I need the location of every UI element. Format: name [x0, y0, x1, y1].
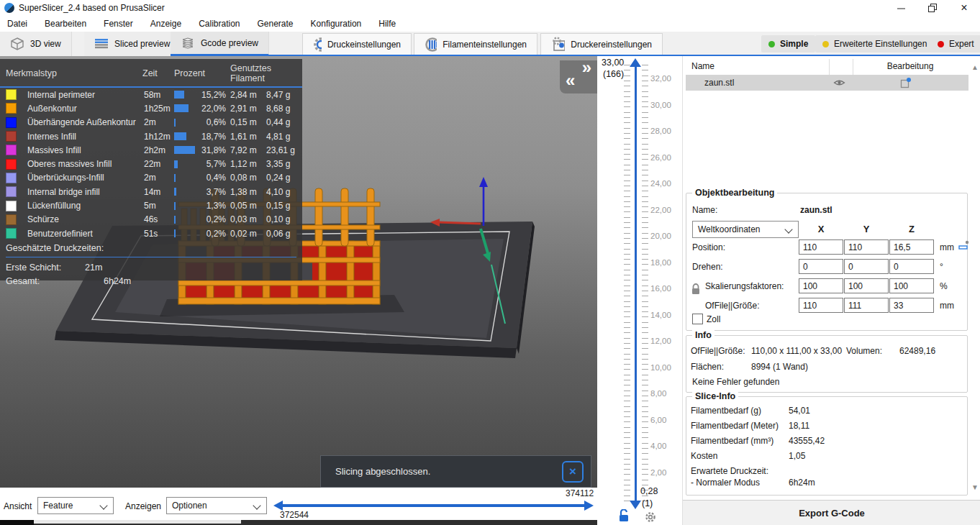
coordinate-system-select[interactable]: Weltkoordinaten: [692, 221, 799, 238]
layer-slider-bottom-thumb[interactable]: [630, 501, 641, 509]
mode-expert[interactable]: Expert: [930, 35, 980, 52]
viewport-bottom-bar: Ansicht Feature Anzeigen Optionen 374112…: [0, 488, 597, 525]
size-z-field[interactable]: 33: [889, 298, 934, 313]
object-list-header: Name Bearbeitung: [686, 59, 968, 76]
drop-to-bed-icon[interactable]: [958, 239, 969, 250]
scroll-thumb[interactable]: [0, 520, 34, 525]
feature-weight: 0,06 g: [266, 229, 299, 239]
feature-legend-overlay: Merkmalstyp Zeit Prozent Genutztes Filam…: [0, 59, 302, 280]
feature-length: 2,84 m: [230, 90, 266, 100]
mode-dot-green: [768, 41, 775, 47]
feature-time: 51s: [142, 229, 174, 239]
filament-m-label: Filamentbedarf (Meter): [691, 421, 779, 431]
feature-length: 7,92 m: [230, 145, 266, 155]
feature-percent: 31,8%: [199, 145, 230, 155]
rotate-z-field[interactable]: 0: [889, 259, 934, 274]
panel-title: Info: [692, 330, 714, 340]
feature-label: Lückenfüllung: [27, 201, 142, 211]
gcode-move-max-label: 374112: [566, 488, 594, 498]
slice-info-panel: Slice-Info Filamentbedarf (g) 54,01 Fila…: [686, 396, 968, 496]
slider-settings-gear-icon[interactable]: [645, 511, 656, 523]
scroll-up-arrow[interactable]: ▲: [970, 62, 980, 72]
tab-label: 3D view: [30, 39, 61, 49]
gear-icon: [313, 37, 322, 52]
notification-text: Slicing abgeschlossen.: [321, 466, 430, 477]
position-z-field[interactable]: 16,5: [889, 239, 934, 255]
scale-x-field[interactable]: 100: [799, 278, 843, 293]
percent-bar: [174, 146, 199, 154]
tab-druckereinstellungen[interactable]: Druckereinstellungen: [540, 33, 663, 55]
tab-label: Druckereinstellungen: [571, 40, 652, 50]
panel-title: Objektbearbeitung: [692, 188, 777, 198]
ruler-tick-label: 32,00: [650, 74, 671, 83]
gcode-slider-right-arrow[interactable]: [584, 501, 594, 511]
printer-icon: [551, 37, 565, 52]
gcode-layers-icon: [181, 37, 195, 49]
scroll-down-arrow[interactable]: ▼: [970, 482, 980, 492]
mode-dot-yellow: [822, 41, 829, 47]
feature-percent: 22,0%: [199, 104, 230, 114]
position-y-field[interactable]: 110: [844, 239, 889, 255]
percent-bar: [174, 119, 199, 127]
feature-length: 1,38 m: [230, 187, 266, 197]
notification-close-button[interactable]: ×: [562, 461, 584, 483]
feature-length: 2,91 m: [230, 104, 266, 114]
feature-color-swatch: [6, 145, 17, 155]
axis-header-y: Y: [844, 224, 889, 234]
tab-3d-view[interactable]: 3D view: [0, 32, 72, 56]
scale-y-field[interactable]: 100: [844, 278, 889, 293]
ruler-tick-label: 22,00: [650, 206, 671, 214]
menu-calibration[interactable]: Calibration: [199, 19, 240, 29]
feature-label: Internes Infill: [27, 132, 142, 142]
show-options-select[interactable]: Optionen: [166, 497, 267, 514]
view-mode-select[interactable]: Feature: [37, 497, 114, 514]
tab-gcode-preview[interactable]: Gcode preview: [171, 32, 269, 56]
gcode-preview-viewport[interactable]: Merkmalstyp Zeit Prozent Genutztes Filam…: [0, 56, 597, 488]
export-gcode-button[interactable]: Export G-Code: [683, 500, 980, 525]
lock-icon[interactable]: [691, 283, 701, 296]
object-list-row-zaun[interactable]: zaun.stl: [686, 75, 968, 91]
unlock-icon[interactable]: [617, 509, 630, 522]
scale-z-field[interactable]: 100: [889, 278, 934, 293]
visibility-toggle[interactable]: [825, 78, 853, 87]
inches-label: Zoll: [707, 314, 720, 324]
x-axis-red: [437, 222, 481, 224]
tab-druckeinstellungen[interactable]: Druckeinstellungen: [302, 33, 412, 55]
menu-fenster[interactable]: Fenster: [104, 19, 133, 29]
feature-label: Oberes massives Infill: [27, 159, 142, 169]
menu-datei[interactable]: Datei: [7, 19, 27, 29]
edit-object-button[interactable]: [900, 77, 912, 88]
minimize-button[interactable]: [885, 0, 917, 16]
size-x-field[interactable]: 110: [799, 298, 843, 313]
ruler-tick-label: 30,00: [650, 101, 671, 109]
menu-generate[interactable]: Generate: [258, 19, 294, 29]
gcode-move-slider[interactable]: [282, 504, 584, 507]
rotate-x-field[interactable]: 0: [799, 259, 843, 274]
rotate-y-field[interactable]: 0: [844, 259, 889, 274]
restore-icon: [928, 4, 938, 13]
feature-length: 0,02 m: [230, 229, 266, 239]
tab-filamenteinstellungen[interactable]: Filamenteinstellungen: [414, 33, 537, 55]
feature-weight: 4,10 g: [266, 187, 299, 197]
legend-row: Überhängende Außenkontur 2m 0,6% 0,15 m …: [0, 116, 302, 129]
feature-label: Überbrückungs-Infill: [27, 173, 142, 183]
size-y-field[interactable]: 111: [844, 298, 889, 313]
menu-hilfe[interactable]: Hilfe: [378, 19, 396, 29]
menu-konfiguration[interactable]: Konfiguration: [311, 19, 362, 29]
menu-bearbeiten[interactable]: Bearbeiten: [45, 19, 86, 29]
mode-simple[interactable]: Simple: [761, 35, 815, 52]
menu-anzeige[interactable]: Anzeige: [150, 19, 181, 29]
restore-button[interactable]: [917, 0, 948, 16]
first-layer-time-row: Erste Schicht: 21m: [6, 260, 296, 274]
close-button[interactable]: ×: [948, 0, 980, 16]
layer-slider-track[interactable]: [635, 66, 637, 501]
collapse-sidebar-button[interactable]: » «: [560, 60, 597, 93]
legend-row: Schürze 46s 0,2% 0,03 m 0,10 g: [0, 213, 302, 227]
mode-erweiterte-einstellungen[interactable]: Erweiterte Einstellungen: [815, 35, 934, 52]
inches-checkbox-row[interactable]: Zoll: [692, 314, 720, 324]
feature-color-swatch: [6, 159, 17, 170]
tab-sliced-preview[interactable]: Sliced preview: [84, 32, 181, 56]
inches-checkbox[interactable]: [692, 314, 703, 324]
position-x-field[interactable]: 110: [799, 239, 843, 255]
column-divider: [829, 59, 830, 75]
